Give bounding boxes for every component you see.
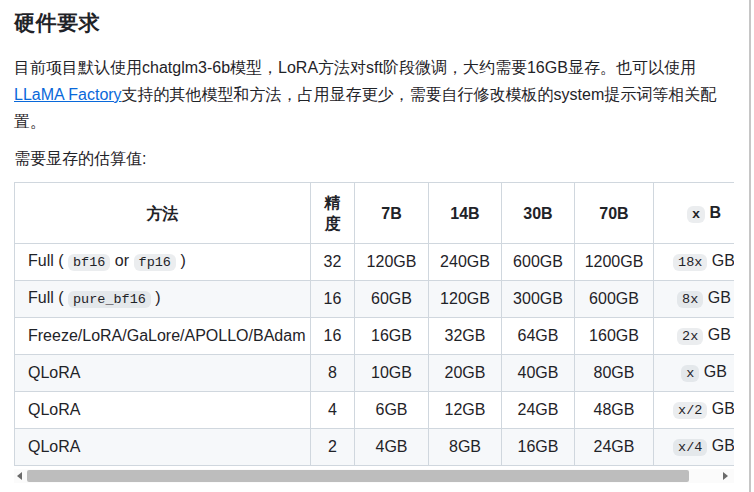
scroll-right-arrow-icon[interactable] xyxy=(723,472,728,480)
method-cell: Full ( bf16 or fp16 ) xyxy=(15,244,311,281)
window-edge-divider xyxy=(749,0,751,492)
value-cell: 20GB xyxy=(429,355,502,392)
code-badge: fp16 xyxy=(134,254,176,271)
value-cell: 24GB xyxy=(502,392,575,429)
value-cell: x/4 GB xyxy=(654,429,735,466)
value-cell: 2 xyxy=(311,429,355,466)
value-cell: 16GB xyxy=(355,318,429,355)
scroll-left-arrow-icon[interactable] xyxy=(17,472,22,480)
code-badge: pure_bf16 xyxy=(68,291,151,308)
column-header: 7B xyxy=(355,183,429,244)
value-cell: 8GB xyxy=(429,429,502,466)
memory-table-header-row: 方法精度7B14B30B70Bx B xyxy=(15,183,735,244)
value-cell: 2x GB xyxy=(654,318,735,355)
value-cell: 18x GB xyxy=(654,244,735,281)
value-cell: 32GB xyxy=(429,318,502,355)
intro-paragraph: 目前项目默认使用chatglm3-6b模型，LoRA方法对sft阶段微调，大约需… xyxy=(14,54,718,135)
value-cell: 1200GB xyxy=(575,244,654,281)
code-badge: x xyxy=(681,365,699,382)
horizontal-scrollbar[interactable] xyxy=(14,469,734,483)
value-cell: 160GB xyxy=(575,318,654,355)
scrollbar-thumb[interactable] xyxy=(27,470,689,482)
code-badge: bf16 xyxy=(68,254,110,271)
value-cell: 80GB xyxy=(575,355,654,392)
value-cell: 60GB xyxy=(355,281,429,318)
table-row: Full ( pure_bf16 )1660GB120GB300GB600GB8… xyxy=(15,281,735,318)
value-cell: 24GB xyxy=(575,429,654,466)
value-cell: 48GB xyxy=(575,392,654,429)
value-cell: 120GB xyxy=(355,244,429,281)
value-cell: 6GB xyxy=(355,392,429,429)
code-badge: 2x xyxy=(677,328,703,345)
value-cell: x GB xyxy=(654,355,735,392)
value-cell: 4 xyxy=(311,392,355,429)
document-page: 硬件要求 目前项目默认使用chatglm3-6b模型，LoRA方法对sft阶段微… xyxy=(0,10,754,483)
table-row: Freeze/LoRA/GaLore/APOLLO/BAdam1616GB32G… xyxy=(15,318,735,355)
value-cell: 4GB xyxy=(355,429,429,466)
code-badge: 18x xyxy=(673,254,707,271)
table-row: QLoRA46GB12GB24GB48GBx/2 GB xyxy=(15,392,735,429)
llama-factory-link[interactable]: LLaMA Factory xyxy=(14,86,122,103)
table-clip-region: 方法精度7B14B30B70Bx B Full ( bf16 or fp16 )… xyxy=(14,182,734,466)
method-cell: Freeze/LoRA/GaLore/APOLLO/BAdam xyxy=(15,318,311,355)
code-badge: x xyxy=(687,206,705,223)
memory-estimate-table: 方法精度7B14B30B70Bx B Full ( bf16 or fp16 )… xyxy=(14,182,734,466)
intro-text-before-link: 目前项目默认使用chatglm3-6b模型，LoRA方法对sft阶段微调，大约需… xyxy=(14,59,696,76)
value-cell: 600GB xyxy=(575,281,654,318)
code-badge: 8x xyxy=(677,291,703,308)
column-header: 14B xyxy=(429,183,502,244)
value-cell: 40GB xyxy=(502,355,575,392)
value-cell: 16 xyxy=(311,318,355,355)
value-cell: 8 xyxy=(311,355,355,392)
value-cell: 240GB xyxy=(429,244,502,281)
code-badge: x/4 xyxy=(673,439,707,456)
code-badge: x/2 xyxy=(673,402,707,419)
column-header: 精度 xyxy=(311,183,355,244)
value-cell: 10GB xyxy=(355,355,429,392)
value-cell: 64GB xyxy=(502,318,575,355)
value-cell: 12GB xyxy=(429,392,502,429)
method-cell: QLoRA xyxy=(15,429,311,466)
value-cell: x/2 GB xyxy=(654,392,735,429)
table-row: QLoRA810GB20GB40GB80GBx GB xyxy=(15,355,735,392)
method-cell: Full ( pure_bf16 ) xyxy=(15,281,311,318)
estimate-label: 需要显存的估算值: xyxy=(14,145,754,172)
value-cell: 120GB xyxy=(429,281,502,318)
column-header: 30B xyxy=(502,183,575,244)
column-header: 方法 xyxy=(15,183,311,244)
page-title: 硬件要求 xyxy=(14,10,754,36)
value-cell: 8x GB xyxy=(654,281,735,318)
column-header: x B xyxy=(654,183,735,244)
value-cell: 16GB xyxy=(502,429,575,466)
table-row: Full ( bf16 or fp16 )32120GB240GB600GB12… xyxy=(15,244,735,281)
method-cell: QLoRA xyxy=(15,392,311,429)
memory-table-container: 方法精度7B14B30B70Bx B Full ( bf16 or fp16 )… xyxy=(14,182,734,483)
value-cell: 300GB xyxy=(502,281,575,318)
value-cell: 600GB xyxy=(502,244,575,281)
table-row: QLoRA24GB8GB16GB24GBx/4 GB xyxy=(15,429,735,466)
value-cell: 16 xyxy=(311,281,355,318)
column-header: 70B xyxy=(575,183,654,244)
method-cell: QLoRA xyxy=(15,355,311,392)
value-cell: 32 xyxy=(311,244,355,281)
